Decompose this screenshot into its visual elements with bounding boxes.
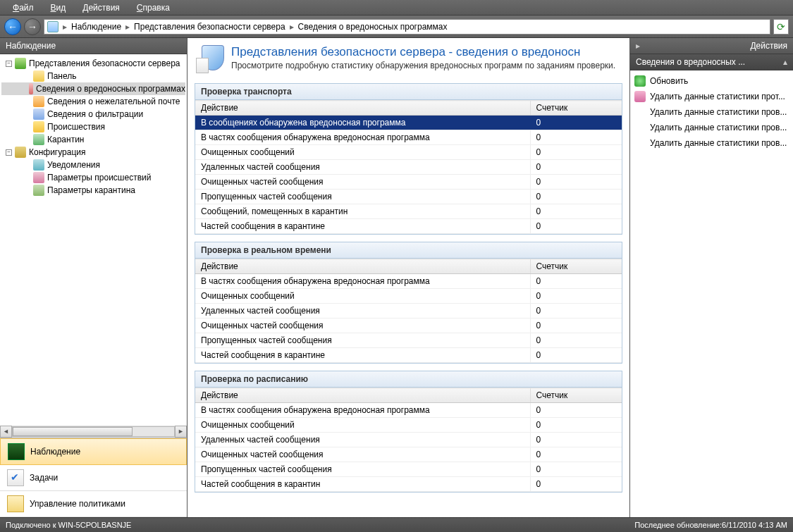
chevron-right-icon: ▸ (125, 22, 130, 32)
table-row[interactable]: В частях сообщения обнаружена вредоносна… (195, 403, 622, 418)
menu-actions[interactable]: Действия (75, 1, 127, 14)
shield-icon (15, 58, 26, 69)
table-row[interactable]: Очищенных сообщений0 (195, 418, 622, 433)
cell-counter: 0 (530, 190, 622, 204)
breadcrumb[interactable]: ▸ Наблюдение ▸ Представления безопасност… (44, 19, 770, 35)
table-row[interactable]: В частях сообщения обнаружена вредоносна… (195, 274, 622, 289)
table-row[interactable]: Очищенных частей сообщения0 (195, 318, 622, 333)
section-title: Проверка по расписанию (195, 371, 622, 388)
tree-node-incidents[interactable]: Происшествия (1, 120, 185, 133)
column-header-counter[interactable]: Счетчик (530, 388, 622, 403)
menu-help[interactable]: Справка (130, 1, 177, 14)
table-row[interactable]: Пропущенных частей сообщения0 (195, 333, 622, 348)
table-row[interactable]: Пропущенных частей сообщения0 (195, 462, 622, 477)
table-row[interactable]: В частях сообщения обнаружена вредоносна… (195, 130, 622, 145)
scroll-right-arrow[interactable]: ► (175, 426, 187, 438)
tree-node-quarantine[interactable]: Карантин (1, 133, 185, 146)
table-row[interactable]: Удаленных частей сообщения0 (195, 160, 622, 175)
column-header-action[interactable]: Действие (195, 259, 530, 274)
refresh-button[interactable]: ⟳ (773, 19, 789, 35)
column-header-action[interactable]: Действие (195, 388, 530, 403)
tree-node-notifications[interactable]: Уведомления (1, 159, 185, 171)
scroll-left-arrow[interactable]: ◄ (0, 426, 12, 438)
breadcrumb-item[interactable]: Сведения о вредоносных программах (298, 22, 448, 32)
cell-action: В частях сообщения обнаружена вредоносна… (195, 403, 530, 418)
stats-section: Проверка по расписаниюДействиеСчетчикВ ч… (195, 371, 622, 493)
shield-document-icon (196, 45, 224, 73)
tree-node-panel[interactable]: Панель (1, 70, 185, 82)
breadcrumb-item[interactable]: Представления безопасности сервера (134, 22, 285, 32)
breadcrumb-root[interactable]: Наблюдение (71, 22, 121, 32)
action-item[interactable]: Удалить данные статистики пров... (632, 120, 792, 135)
status-bar: Подключено к WIN-5CPOLBASNJE Последнее о… (0, 517, 793, 532)
status-connection: Подключено к WIN-5CPOLBASNJE (6, 521, 131, 529)
column-header-action[interactable]: Действие (195, 101, 530, 116)
collapse-icon[interactable]: − (6, 61, 12, 67)
chevron-right-icon: ▸ (63, 22, 67, 32)
home-icon[interactable] (47, 21, 59, 32)
tree-node-filter-details[interactable]: Сведения о фильтрации (1, 108, 185, 120)
action-label: Удалить данные статистики прот... (650, 92, 785, 101)
nav-monitoring-button[interactable]: Наблюдение (0, 438, 187, 465)
menu-file[interactable]: ФФайлайл (6, 1, 41, 14)
cell-action: Пропущенных частей сообщения (195, 333, 530, 348)
sidebar: Наблюдение −Представления безопасности с… (0, 38, 188, 517)
cell-action: Удаленных частей сообщения (195, 433, 530, 447)
malware-icon (29, 83, 34, 94)
nav-tasks-button[interactable]: Задачи (0, 465, 187, 491)
scroll-thumb[interactable] (13, 427, 133, 436)
collapse-icon[interactable]: − (6, 149, 12, 156)
table-row[interactable]: Очищенных сообщений0 (195, 289, 622, 304)
tree-node-quarantine-params[interactable]: Параметры карантина (1, 184, 185, 197)
section-title: Проверка в реальном времени (195, 242, 622, 259)
cell-action: Сообщений, помещенных в карантин (195, 204, 530, 219)
tree-node-incident-params[interactable]: Параметры происшествий (1, 171, 185, 184)
stats-section: Проверка транспортаДействиеСчетчикВ сооб… (195, 83, 622, 235)
tree-node-malware-details[interactable]: Сведения о вредоносных программах (1, 82, 185, 95)
gear-icon (15, 147, 26, 158)
action-item[interactable]: Удалить данные статистики пров... (632, 104, 792, 120)
table-row[interactable]: Частей сообщения в карантине0 (195, 348, 622, 363)
action-label: Удалить данные статистики пров... (650, 107, 787, 117)
section-title: Проверка транспорта (195, 84, 622, 100)
tree-node-configuration[interactable]: −Конфигурация (1, 146, 185, 159)
chevron-up-icon[interactable]: ▴ (783, 57, 787, 67)
table-row[interactable]: Очищенных сообщений0 (195, 145, 622, 160)
table-row[interactable]: Удаленных частей сообщения0 (195, 304, 622, 318)
cell-counter: 0 (530, 318, 622, 333)
sidebar-title: Наблюдение (0, 38, 187, 54)
nav-tree[interactable]: −Представления безопасности сервера Пане… (0, 54, 187, 426)
nav-policies-button[interactable]: Управление политиками (0, 491, 187, 517)
table-row[interactable]: Пропущенных частей сообщения0 (195, 190, 622, 204)
content-scroll[interactable]: Представления безопасности сервера - све… (188, 38, 629, 517)
stats-table: ДействиеСчетчикВ частях сообщения обнару… (195, 388, 622, 492)
table-row[interactable]: Частей сообщения в карантин0 (195, 477, 622, 492)
table-row[interactable]: Сообщений, помещенных в карантин0 (195, 204, 622, 219)
column-header-counter[interactable]: Счетчик (530, 259, 622, 274)
action-item[interactable]: Удалить данные статистики прот... (632, 89, 792, 104)
cell-action: В частях сообщения обнаружена вредоносна… (195, 274, 530, 289)
nav-back-button[interactable]: ← (4, 18, 21, 35)
tasks-icon (7, 469, 24, 486)
cell-action: Удаленных частей сообщения (195, 304, 530, 318)
table-row[interactable]: Частей сообщения в карантине0 (195, 219, 622, 234)
action-item[interactable]: Удалить данные статистики пров... (632, 135, 792, 151)
cell-action: Очищенных частей сообщения (195, 447, 530, 462)
column-header-counter[interactable]: Счетчик (530, 101, 622, 116)
cell-counter: 0 (530, 447, 622, 462)
status-last-update: Последнее обновление:6/11/2010 4:13 AM (634, 521, 787, 529)
stats-table: ДействиеСчетчикВ сообщениях обнаружена в… (195, 100, 622, 234)
table-row[interactable]: Очищенных частей сообщения0 (195, 175, 622, 190)
tree-node-security-views[interactable]: −Представления безопасности сервера (1, 57, 185, 70)
quarantine-icon (33, 134, 44, 145)
table-row[interactable]: Удаленных частей сообщения0 (195, 433, 622, 447)
refresh-icon (634, 75, 646, 87)
table-row[interactable]: Очищенных частей сообщения0 (195, 447, 622, 462)
table-row[interactable]: В сообщениях обнаружена вредоносная прог… (195, 116, 622, 130)
cell-action: Очищенных сообщений (195, 289, 530, 304)
action-item[interactable]: Обновить (632, 73, 792, 89)
menu-view[interactable]: Вид (44, 1, 73, 14)
cell-action: Пропущенных частей сообщения (195, 462, 530, 477)
horizontal-scrollbar[interactable]: ◄ ► (0, 426, 187, 438)
tree-node-spam-details[interactable]: Сведения о нежелательной почте (1, 95, 185, 108)
